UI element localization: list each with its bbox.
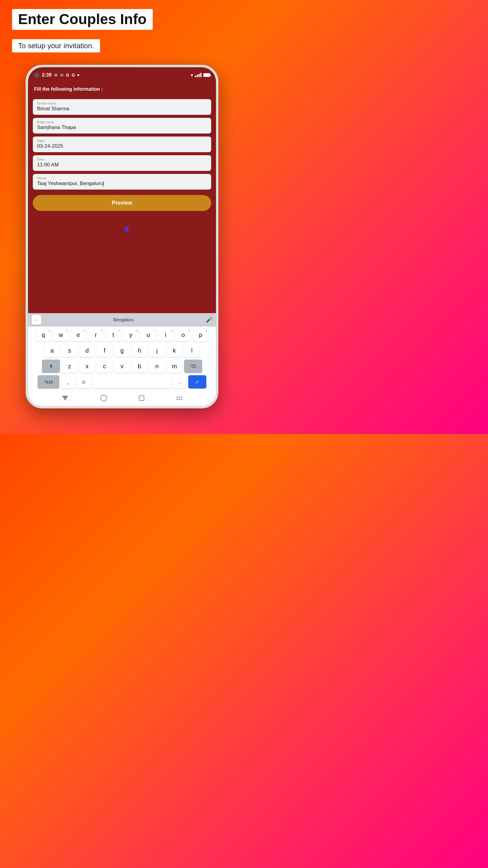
form-area: Groom name Bimal Sharma Bride name Samjh… [28,97,216,313]
shift-icon: ⬆ [49,364,53,369]
emoji-key[interactable]: ☺ [77,375,91,389]
key-y[interactable]: 6y [123,328,138,341]
main-title: Enter Couples Info [18,11,147,27]
groom-name-field[interactable]: Groom name Bimal Sharma [33,99,211,115]
keyboard: 1q 2w 3e 4r 5t 6y 7u 8i 9o 0p a s d f [28,327,216,390]
groom-value: Bimal Sharma [37,106,207,112]
key-o[interactable]: 9o [175,328,191,341]
key-j[interactable]: j [149,344,165,357]
subtitle-text: To setup your invitation. [18,41,94,50]
key-t[interactable]: 5t [105,328,121,341]
key-e[interactable]: 3e [70,328,86,341]
preview-button[interactable]: Preview [33,195,211,211]
status-time: 2:39 [42,72,52,78]
shift-key[interactable]: ⬆ [42,360,60,373]
backspace-icon: ⌫ [190,364,196,369]
status-left: 2:39 ⚙ ✉ G G [34,72,79,78]
title-container: Enter Couples Info [12,9,153,30]
date-value: 03-24-2025 [37,143,207,149]
time-label: Time [37,158,207,161]
signal-bars [195,73,201,77]
venue-label: Venue [37,176,207,180]
key-n[interactable]: n [149,360,165,373]
venue-value: Taaj Yeshwantpur, Bengaluru [37,181,207,187]
numbers-key[interactable]: ?123 [38,375,59,389]
status-right: ▾ [191,72,210,78]
key-l[interactable]: l [184,344,200,357]
mic-button[interactable]: 🎤 [206,316,213,323]
phone-frame: 2:39 ⚙ ✉ G G ▾ [26,65,218,408]
signal-bar-4 [200,73,201,77]
key-q[interactable]: 1q [36,328,51,341]
date-label: Date [37,139,207,143]
keyboard-row-4: ?123 , ☺ . ✓ [29,375,215,389]
key-p[interactable]: 0p [193,328,208,341]
signal-bar-2 [197,75,198,77]
date-field[interactable]: Date 03-24-2025 [33,136,211,152]
emoji-icon: ☺ [81,379,87,384]
key-h[interactable]: h [132,344,147,357]
menu-button[interactable] [176,397,182,400]
comma-key[interactable]: , [61,375,75,389]
bride-value: Samjhana Thapa [37,124,207,130]
bride-label: Bride name [37,120,207,124]
key-m[interactable]: m [167,360,182,373]
key-a[interactable]: a [44,344,60,357]
keyboard-row-1: 1q 2w 3e 4r 5t 6y 7u 8i 9o 0p [29,328,215,341]
wifi-icon: ▾ [191,72,193,78]
key-f[interactable]: f [97,344,112,357]
camera-icon [34,72,39,78]
recents-button[interactable] [139,396,144,401]
forward-arrow-icon: › [36,317,37,322]
microphone-icon: 🎤 [206,317,213,323]
signal-bar-3 [198,74,200,77]
enter-key[interactable]: ✓ [188,375,206,389]
numbers-label: ?123 [44,380,53,384]
subtitle-container: To setup your invitation. [12,39,100,53]
backspace-key[interactable]: ⌫ [184,360,202,373]
back-button[interactable] [62,396,68,401]
home-button[interactable] [100,395,107,401]
keyboard-row-2: a s d f g h j k l [29,344,215,357]
form-title: Fill the following information : [34,87,210,92]
status-bar: 2:39 ⚙ ✉ G G ▾ [28,67,216,83]
app-header: Fill the following information : [28,83,216,97]
key-w[interactable]: 2w [53,328,69,341]
battery-icon [203,73,210,77]
key-k[interactable]: k [167,344,182,357]
key-b[interactable]: b [132,360,147,373]
venue-field[interactable]: Venue Taaj Yeshwantpur, Bengaluru [33,174,211,190]
key-x[interactable]: x [79,360,95,373]
toolbar-left: › [32,315,41,324]
key-d[interactable]: d [79,344,95,357]
key-s[interactable]: s [62,344,77,357]
phone-screen: 2:39 ⚙ ✉ G G ▾ [28,67,216,406]
space-key[interactable] [93,375,171,389]
key-u[interactable]: 7u [140,328,156,341]
checkmark-icon: ✓ [195,379,199,385]
key-v[interactable]: v [114,360,130,373]
nav-bar [28,390,216,406]
keyboard-row-3: ⬆ z x c v b n m ⌫ [29,360,215,373]
key-r[interactable]: 4r [88,328,104,341]
groom-label: Groom name [37,101,207,105]
key-i[interactable]: 8i [158,328,173,341]
keyboard-toolbar: › Bengaluru 🎤 [28,313,216,327]
keyboard-suggestion[interactable]: Bengaluru [41,317,206,322]
key-z[interactable]: z [62,360,77,373]
signal-bar-1 [195,76,196,77]
gear-icon: ⚙ [54,73,58,78]
toolbar-forward-button[interactable]: › [32,315,41,324]
key-g[interactable]: g [114,344,130,357]
background: Enter Couples Info To setup your invitat… [0,0,244,434]
bride-name-field[interactable]: Bride name Samjhana Thapa [33,118,211,133]
time-field[interactable]: Time 11:00 AM [33,155,211,171]
google-icon-1: G [66,73,69,78]
time-value: 11:00 AM [37,162,207,168]
period-key[interactable]: . [173,375,187,389]
google-icon-2: G [72,73,75,78]
status-dot [77,74,79,76]
text-cursor [103,181,104,187]
key-c[interactable]: c [97,360,112,373]
mail-icon: ✉ [60,73,64,78]
